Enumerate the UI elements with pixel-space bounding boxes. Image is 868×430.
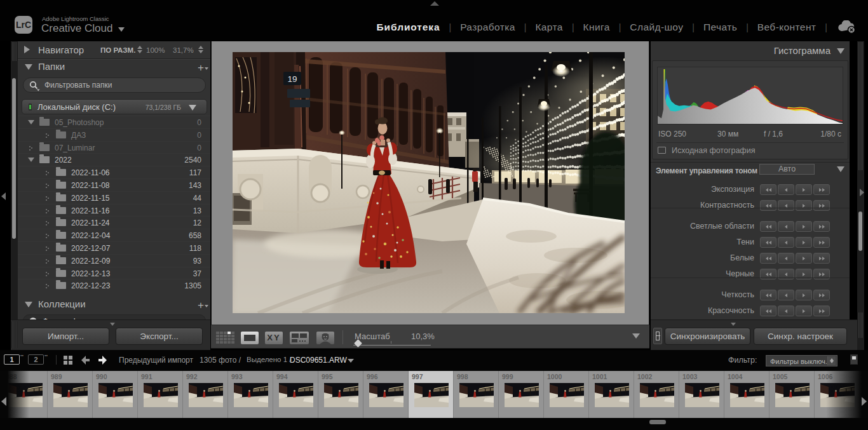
svg-text:19: 19 <box>287 74 297 84</box>
